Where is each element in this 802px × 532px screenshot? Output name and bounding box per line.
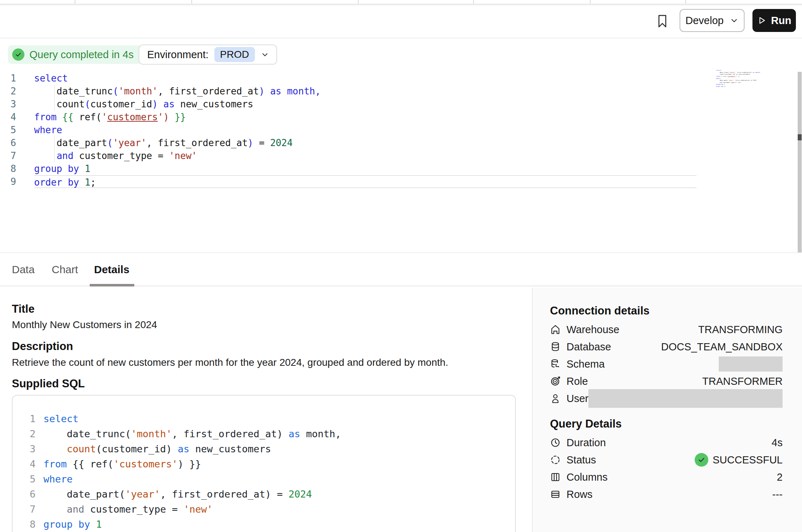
columns-label: Columns (566, 471, 607, 483)
code-line: 4from {{ ref('customers') }} (27, 457, 515, 472)
rows-value: --- (772, 489, 783, 500)
check-circle-icon (12, 48, 24, 61)
role-label: Role (566, 375, 588, 387)
code-line[interactable]: 5where (0, 123, 696, 136)
window-tab-strip (0, 0, 802, 4)
code-line: 7 and customer_type = 'new' (27, 502, 515, 517)
run-button[interactable]: Run (752, 9, 796, 32)
results-tab-bar: Data Chart Details (0, 252, 802, 286)
details-panel: Title Monthly New Customers in 2024 Desc… (0, 288, 532, 532)
code-line[interactable]: 1select (0, 72, 696, 85)
code-line: 5where (27, 472, 515, 487)
indent-guide (54, 85, 55, 111)
status-spinner-icon (550, 454, 561, 465)
columns-row: Columns 2 (550, 468, 783, 486)
user-row: User (550, 390, 783, 407)
chevron-down-icon (261, 50, 269, 59)
role-icon (550, 376, 561, 387)
toolbar: Develop Run (0, 5, 802, 38)
warehouse-row: Warehouse TRANSFORMING (550, 321, 783, 338)
user-label: User (566, 393, 588, 405)
status-value: SUCCESSFUL (713, 454, 783, 466)
supplied-sql-block: 1select2 date_trunc('month', first_order… (12, 395, 516, 532)
code-line[interactable]: 4from {{ ref('customers') }} (0, 111, 696, 123)
role-row: Role TRANSFORMER (550, 373, 783, 390)
editor-scrollbar-thumb[interactable] (798, 134, 802, 140)
sql-editor[interactable]: 1select2 date_trunc('month', first_order… (0, 69, 802, 252)
warehouse-icon (550, 324, 561, 335)
duration-value: 4s (771, 437, 783, 449)
bookmark-icon (656, 13, 669, 29)
code-line[interactable]: 8group by 1 (0, 162, 696, 175)
warehouse-value: TRANSFORMING (698, 324, 783, 336)
code-line: 2 date_trunc('month', first_ordered_at) … (27, 426, 515, 442)
database-value: DOCS_TEAM_SANDBOX (661, 341, 783, 353)
user-icon (550, 393, 561, 404)
status-label: Status (566, 454, 596, 466)
code-line: order by 1; (716, 85, 794, 88)
schema-value-redacted (719, 356, 783, 372)
title-value: Monthly New Customers in 2024 (12, 319, 157, 331)
code-line: 8group by 1 (27, 517, 515, 532)
develop-dropdown-button[interactable]: Develop (680, 9, 745, 32)
schema-row: Schema (550, 355, 783, 373)
editor-minimap[interactable]: select date_trunc('month', first_ordered… (716, 69, 795, 98)
query-status-row: Query completed in 4s Environment: PROD (0, 39, 802, 69)
rows-row: Rows --- (550, 486, 783, 503)
editor-scrollbar[interactable] (798, 72, 802, 260)
role-value: TRANSFORMER (702, 375, 783, 387)
duration-clock-icon (550, 437, 561, 448)
status-row: Status SUCCESSFUL (550, 451, 783, 468)
tab-data[interactable]: Data (12, 253, 34, 286)
code-line[interactable]: 2 date_trunc('month', first_ordered_at) … (0, 85, 696, 98)
columns-icon (550, 472, 561, 482)
environment-label: Environment: (147, 49, 209, 61)
tab-chart[interactable]: Chart (52, 253, 78, 286)
query-status-text: Query completed in 4s (29, 49, 134, 61)
user-value-redacted (588, 389, 783, 408)
code-line: 3 count(customer_id) as new_customers (27, 442, 515, 457)
active-tab-underline (90, 284, 134, 286)
environment-dropdown[interactable]: Environment: PROD (139, 45, 277, 65)
run-label: Run (771, 15, 791, 27)
columns-value: 2 (777, 471, 783, 483)
warehouse-label: Warehouse (566, 324, 619, 336)
code-line: 1select (27, 411, 515, 426)
code-line[interactable]: 9order by 1; (0, 175, 696, 188)
query-details-heading: Query Details (550, 417, 622, 430)
success-check-icon (695, 453, 708, 467)
description-value: Retrieve the count of new customers per … (12, 357, 448, 368)
indent-guide (54, 136, 55, 162)
chevron-down-icon (729, 16, 739, 25)
database-label: Database (566, 341, 611, 353)
code-line[interactable]: 7 and customer_type = 'new' (0, 149, 696, 162)
description-heading: Description (12, 340, 73, 353)
bookmark-button[interactable] (656, 13, 669, 29)
play-icon (757, 16, 766, 25)
connection-details-panel: Connection details Warehouse TRANSFORMIN… (532, 288, 802, 532)
title-heading: Title (12, 303, 34, 316)
code-line[interactable]: 6 date_part('year', first_ordered_at) = … (0, 136, 696, 149)
code-line: 6 date_part('year', first_ordered_at) = … (27, 487, 515, 502)
rows-label: Rows (566, 489, 593, 500)
duration-label: Duration (566, 437, 606, 449)
tab-details[interactable]: Details (94, 253, 129, 286)
develop-label: Develop (685, 15, 723, 27)
duration-row: Duration 4s (550, 434, 783, 451)
editor-code[interactable]: 1select2 date_trunc('month', first_order… (0, 72, 696, 188)
schema-label: Schema (566, 358, 605, 370)
query-status-badge: Query completed in 4s (8, 45, 141, 64)
rows-icon (550, 489, 561, 500)
environment-value-pill: PROD (214, 47, 255, 62)
schema-icon (550, 359, 561, 369)
connection-details-heading: Connection details (550, 304, 649, 317)
database-icon (550, 341, 561, 352)
database-row: Database DOCS_TEAM_SANDBOX (550, 338, 783, 355)
code-line[interactable]: 3 count(customer_id) as new_customers (0, 98, 696, 111)
supplied-sql-heading: Supplied SQL (12, 377, 85, 390)
